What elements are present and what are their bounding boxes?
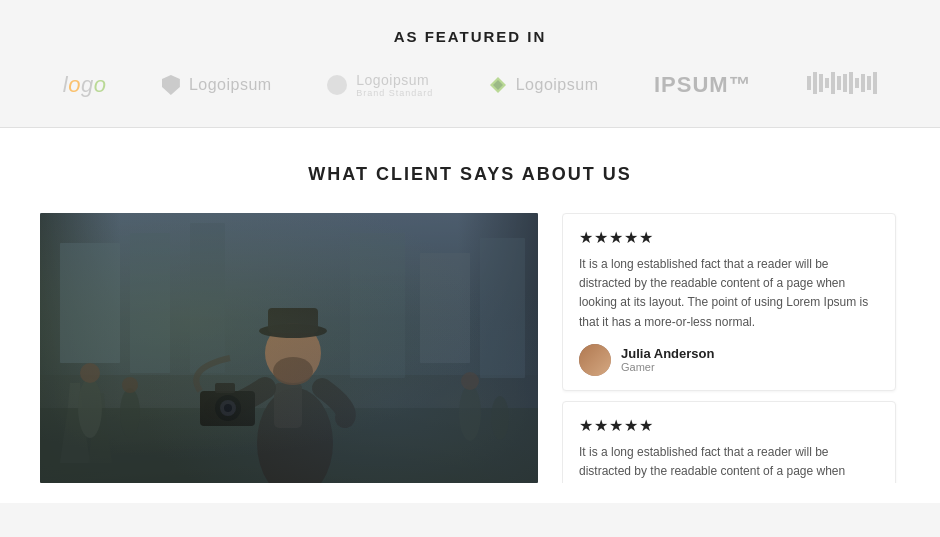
avatar-img-1 <box>579 344 611 376</box>
review-text-2: It is a long established fact that a rea… <box>579 443 879 483</box>
client-content: ★★★★★ It is a long established fact that… <box>40 213 900 483</box>
logo-item-4: Logoipsum <box>489 67 599 103</box>
logo-text-4: Logoipsum <box>489 76 599 94</box>
featured-title: AS FEATURED IN <box>40 28 900 45</box>
featured-section: AS FEATURED IN logo Logoipsum Logoipsum <box>0 0 940 127</box>
reviewer-details-1: Julia Anderson Gamer <box>621 346 714 373</box>
logo-item-1: logo <box>63 67 107 103</box>
client-section: WHAT CLIENT SAYS ABOUT US <box>0 128 940 503</box>
reviewer-avatar-1 <box>579 344 611 376</box>
logo-text-6 <box>807 70 877 101</box>
review-text-1: It is a long established fact that a rea… <box>579 255 879 332</box>
photo-overlay <box>40 213 538 483</box>
leaf-icon <box>489 76 507 94</box>
photographer-image <box>40 213 538 483</box>
svg-rect-5 <box>825 78 829 88</box>
review-card-2: ★★★★★ It is a long established fact that… <box>562 401 896 483</box>
svg-rect-3 <box>813 72 817 94</box>
reviewer-name-1: Julia Anderson <box>621 346 714 361</box>
logo-item-5: IPSUM™ <box>654 67 752 103</box>
stars-2: ★★★★★ <box>579 416 879 435</box>
svg-rect-7 <box>837 76 841 90</box>
svg-rect-13 <box>873 72 877 94</box>
shield-icon <box>162 75 180 95</box>
svg-rect-11 <box>861 74 865 92</box>
svg-rect-2 <box>807 76 811 90</box>
svg-rect-12 <box>867 76 871 90</box>
logo-text-3: Logoipsum Brand Standard <box>327 72 433 98</box>
reviewer-info-1: Julia Anderson Gamer <box>579 344 879 376</box>
review-card-1: ★★★★★ It is a long established fact that… <box>562 213 896 391</box>
logo-item-2: Logoipsum <box>162 67 272 103</box>
svg-rect-8 <box>843 74 847 92</box>
svg-rect-4 <box>819 74 823 92</box>
logo-item-6 <box>807 67 877 103</box>
reviews-panel[interactable]: ★★★★★ It is a long established fact that… <box>562 213 900 483</box>
svg-rect-9 <box>849 72 853 94</box>
logo-text-5: IPSUM™ <box>654 72 752 98</box>
logo-item-3: Logoipsum Brand Standard <box>327 67 433 103</box>
client-section-title: WHAT CLIENT SAYS ABOUT US <box>40 164 900 185</box>
svg-rect-6 <box>831 72 835 94</box>
stars-1: ★★★★★ <box>579 228 879 247</box>
svg-rect-10 <box>855 78 859 88</box>
logos-row: logo Logoipsum Logoipsum Brand Standard <box>40 67 900 103</box>
logo-text-1: logo <box>63 72 107 98</box>
reviewer-role-1: Gamer <box>621 361 714 373</box>
logo-text-2: Logoipsum <box>162 75 272 95</box>
bars-logo-icon <box>807 72 877 94</box>
circle-icon <box>327 75 347 95</box>
